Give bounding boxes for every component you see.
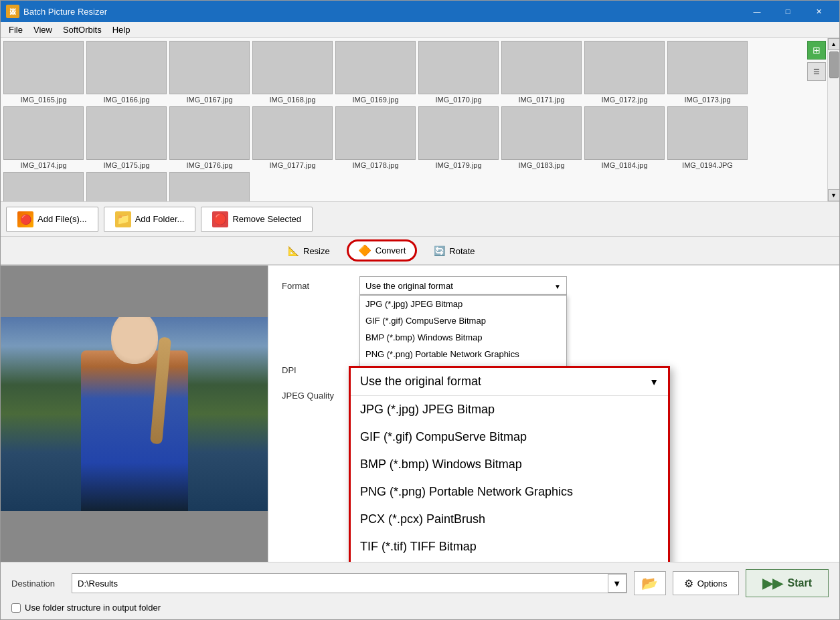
scroll-up-arrow[interactable]: ▲ — [828, 38, 840, 50]
menu-view[interactable]: View — [28, 23, 58, 37]
remove-selected-button[interactable]: 🔴 Remove Selected — [201, 207, 313, 232]
dpi-label: DPI — [282, 365, 349, 375]
large-dropdown-chevron-icon: ▼ — [649, 377, 659, 387]
large-option-bmp[interactable]: BMP (*.bmp) Windows Bitmap — [351, 451, 668, 478]
thumbnail-label: IMG_0178.jpg — [352, 161, 398, 169]
large-dropdown-header[interactable]: Use the original format ▼ — [351, 368, 668, 396]
titlebar: 🖼 Batch Picture Resizer — □ ✕ — [1, 1, 839, 22]
destination-input[interactable] — [72, 574, 608, 593]
remove-selected-label: Remove Selected — [232, 214, 301, 224]
thumbnail-label: IMG_0184.jpg — [601, 161, 647, 169]
add-folder-button[interactable]: 📁 Add Folder... — [104, 207, 196, 232]
list-view-icon[interactable]: ☰ — [807, 62, 826, 81]
add-files-button[interactable]: 🔴 Add File(s)... — [6, 207, 98, 232]
remove-icon: 🔴 — [212, 211, 228, 227]
toolbar: 🔴 Add File(s)... 📁 Add Folder... 🔴 Remov… — [1, 202, 839, 237]
large-option-gif[interactable]: GIF (*.gif) CompuServe Bitmap — [351, 423, 668, 451]
large-option-tif[interactable]: TIF (*.tif) TIFF Bitmap — [351, 533, 668, 560]
format-option-jpg[interactable]: JPG (*.jpg) JPEG Bitmap — [360, 296, 566, 312]
list-item[interactable]: IMG_0176.jpg — [169, 106, 250, 169]
options-button[interactable]: ⚙ Options — [673, 571, 739, 595]
destination-row: Destination ▼ 📂 ⚙ Options ▶▶ Start — [11, 569, 829, 597]
format-chevron-icon — [554, 281, 561, 291]
destination-dropdown-button[interactable]: ▼ — [608, 574, 626, 593]
list-item[interactable]: IMG_0165.jpg — [3, 41, 84, 104]
thumbnail-label: IMG_0194.JPG — [682, 161, 733, 169]
list-item[interactable]: IMG_0167.jpg — [169, 41, 250, 104]
large-option-tga[interactable]: TGA (*.tga) TARGA Image — [351, 560, 668, 562]
list-item[interactable]: IMG_0194.JPG — [667, 106, 748, 169]
maximize-button[interactable]: □ — [772, 1, 803, 22]
grid-view-icon[interactable]: ⊞ — [807, 41, 826, 60]
format-select-container: Use the original format JPG (*.jpg) JPEG… — [359, 276, 567, 295]
scroll-down-arrow[interactable]: ▼ — [828, 189, 840, 201]
thumbnail-label: IMG_0167.jpg — [186, 96, 232, 104]
thumbnail-label: IMG_0176.jpg — [186, 161, 232, 169]
folder-structure-checkbox[interactable] — [11, 603, 21, 613]
format-row: Format Use the original format JPG (*.jp… — [282, 276, 826, 295]
add-folder-icon: 📁 — [115, 211, 131, 227]
close-button[interactable]: ✕ — [803, 1, 834, 22]
format-option-bmp[interactable]: BMP (*.bmp) Windows Bitmap — [360, 329, 566, 346]
content-area: Format Use the original format JPG (*.jp… — [1, 266, 839, 562]
list-item[interactable]: IMG_0172.jpg — [584, 41, 665, 104]
large-option-png[interactable]: PNG (*.png) Portable Network Graphics — [351, 478, 668, 506]
rotate-tab-label: Rotate — [449, 246, 475, 256]
list-item[interactable]: IMG_0178.jpg — [335, 106, 416, 169]
format-selected-value: Use the original format — [365, 281, 453, 291]
list-item[interactable]: IMG_0173.jpg — [667, 41, 748, 104]
large-dropdown-header-value: Use the original format — [360, 375, 481, 389]
thumbnail-label: IMG_0168.jpg — [269, 96, 315, 104]
image-strip-scroll: IMG_0165.jpgIMG_0166.jpgIMG_0167.jpgIMG_… — [3, 41, 821, 202]
list-item[interactable]: IMG_0179.jpg — [418, 106, 499, 169]
minimize-button[interactable]: — — [742, 1, 772, 22]
scroll-thumb[interactable] — [829, 51, 839, 78]
list-item[interactable]: IMG_0196.jpg — [86, 172, 167, 202]
list-item[interactable]: IMG_0177.jpg — [252, 106, 333, 169]
large-option-jpg[interactable]: JPG (*.jpg) JPEG Bitmap — [351, 396, 668, 423]
thumbnail-label: IMG_0173.jpg — [684, 96, 730, 104]
list-item[interactable]: IMG_0183.jpg — [501, 106, 582, 169]
tab-convert[interactable]: 🔶 Convert — [347, 239, 418, 262]
thumbnail-label: IMG_0171.jpg — [518, 96, 564, 104]
start-icon: ▶▶ — [762, 575, 782, 591]
list-item[interactable]: IMG_0169.jpg — [335, 41, 416, 104]
tab-resize[interactable]: 📐 Resize — [274, 237, 344, 264]
list-item[interactable]: IMG_0184.jpg — [584, 106, 665, 169]
thumbnail-label: IMG_0175.jpg — [103, 161, 149, 169]
format-option-png[interactable]: PNG (*.png) Portable Network Graphics — [360, 346, 566, 363]
format-option-gif[interactable]: GIF (*.gif) CompuServe Bitmap — [360, 312, 566, 329]
title-text: Batch Picture Resizer — [23, 7, 742, 17]
menu-file[interactable]: File — [3, 23, 28, 37]
tab-rotate[interactable]: 🔄 Rotate — [420, 237, 489, 264]
list-item[interactable]: IMG_0195.JPG — [3, 172, 84, 202]
thumbnail-label: IMG_0177.jpg — [269, 161, 315, 169]
start-button[interactable]: ▶▶ Start — [746, 569, 829, 597]
list-item[interactable]: IMG_0168.jpg — [252, 41, 333, 104]
list-item[interactable]: IMG_0171.jpg — [501, 41, 582, 104]
options-label: Options — [697, 579, 728, 589]
menu-help[interactable]: Help — [107, 23, 136, 37]
browse-button[interactable]: 📂 — [634, 571, 666, 595]
rotate-icon: 🔄 — [434, 245, 445, 256]
format-label: Format — [282, 281, 349, 291]
thumbnail-label: IMG_0169.jpg — [352, 96, 398, 104]
add-files-icon: 🔴 — [17, 211, 33, 227]
bottom-bar: Destination ▼ 📂 ⚙ Options ▶▶ Start Use f… — [1, 562, 839, 619]
content-wrapper: 📐 Resize 🔶 Convert 🔄 Rotate — [1, 237, 839, 562]
convert-icon: 🔶 — [358, 244, 371, 257]
format-select[interactable]: Use the original format — [359, 276, 567, 295]
list-item[interactable]: IMG_0175.jpg — [86, 106, 167, 169]
image-strip: IMG_0165.jpgIMG_0166.jpgIMG_0167.jpgIMG_… — [1, 38, 839, 202]
menu-softorbits[interactable]: SoftOrbits — [58, 23, 107, 37]
list-item[interactable]: IMG_0170.jpg — [418, 41, 499, 104]
window-controls: — □ ✕ — [742, 1, 834, 22]
strip-scrollbar: ▲ ▼ — [827, 38, 839, 201]
thumbnail-label: IMG_0170.jpg — [435, 96, 481, 104]
large-option-pcx[interactable]: PCX (*.pcx) PaintBrush — [351, 506, 668, 533]
list-item[interactable]: IMG_01... — [169, 172, 250, 202]
preview-image — [1, 266, 268, 562]
list-item[interactable]: IMG_0174.jpg — [3, 106, 84, 169]
list-item[interactable]: IMG_0166.jpg — [86, 41, 167, 104]
settings-panel: Format Use the original format JPG (*.jp… — [268, 266, 839, 562]
